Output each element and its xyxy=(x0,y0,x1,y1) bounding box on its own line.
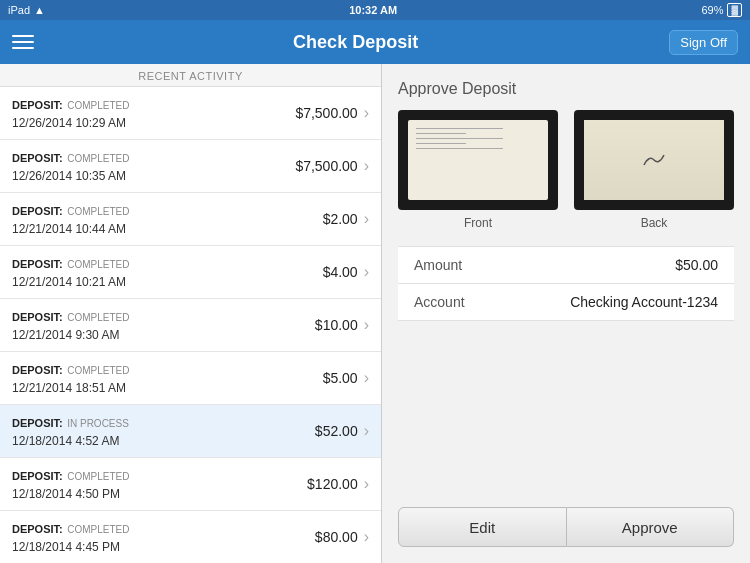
deposit-amount: $4.00 xyxy=(323,264,358,280)
battery-icon: ▓ xyxy=(727,3,742,17)
deposit-status: COMPLETED xyxy=(67,365,129,376)
chevron-right-icon: › xyxy=(364,528,369,546)
deposit-info: DEPOSIT: IN PROCESS 12/18/2014 4:52 AM xyxy=(12,413,315,449)
left-panel: RECENT ACTIVITY DEPOSIT: COMPLETED 12/26… xyxy=(0,64,382,563)
deposit-info: DEPOSIT: COMPLETED 12/18/2014 4:45 PM xyxy=(12,519,315,555)
deposit-status: COMPLETED xyxy=(67,206,129,217)
deposit-date: 12/21/2014 9:30 AM xyxy=(12,328,119,342)
deposit-date: 12/26/2014 10:29 AM xyxy=(12,116,126,130)
deposit-status: COMPLETED xyxy=(67,524,129,535)
front-label: Front xyxy=(464,216,492,230)
deposit-row[interactable]: DEPOSIT: COMPLETED 12/18/2014 4:50 PM $1… xyxy=(0,458,381,511)
deposit-status: COMPLETED xyxy=(67,153,129,164)
deposit-row[interactable]: DEPOSIT: COMPLETED 12/21/2014 9:30 AM $1… xyxy=(0,299,381,352)
deposit-type: DEPOSIT: xyxy=(12,364,63,376)
status-time: 10:32 AM xyxy=(349,4,397,16)
check-back-content xyxy=(584,120,724,200)
detail-value: Checking Account-1234 xyxy=(570,294,718,310)
check-line-5 xyxy=(416,148,503,149)
deposit-type: DEPOSIT: xyxy=(12,311,63,323)
edit-button[interactable]: Edit xyxy=(398,507,567,547)
check-front-image xyxy=(398,110,558,210)
deposit-date: 12/21/2014 10:44 AM xyxy=(12,222,126,236)
recent-activity-header: RECENT ACTIVITY xyxy=(0,64,381,87)
chevron-right-icon: › xyxy=(364,104,369,122)
deposit-amount: $10.00 xyxy=(315,317,358,333)
deposit-amount: $2.00 xyxy=(323,211,358,227)
sign-off-button[interactable]: Sign Off xyxy=(669,30,738,55)
chevron-right-icon: › xyxy=(364,157,369,175)
deposit-row[interactable]: DEPOSIT: COMPLETED 12/21/2014 18:51 AM $… xyxy=(0,352,381,405)
deposit-date: 12/18/2014 4:45 PM xyxy=(12,540,120,554)
front-image-container: Front xyxy=(398,110,558,230)
deposit-date: 12/21/2014 10:21 AM xyxy=(12,275,126,289)
deposit-status: COMPLETED xyxy=(67,471,129,482)
wifi-icon: ▲ xyxy=(34,4,45,16)
deposit-status: COMPLETED xyxy=(67,259,129,270)
deposit-amount: $52.00 xyxy=(315,423,358,439)
deposit-date: 12/18/2014 4:50 PM xyxy=(12,487,120,501)
check-back-image xyxy=(574,110,734,210)
detail-value: $50.00 xyxy=(675,257,718,273)
deposit-type: DEPOSIT: xyxy=(12,417,63,429)
deposit-row[interactable]: DEPOSIT: COMPLETED 12/21/2014 10:21 AM $… xyxy=(0,246,381,299)
deposit-info: DEPOSIT: COMPLETED 12/26/2014 10:35 AM xyxy=(12,148,295,184)
carrier-label: iPad xyxy=(8,4,30,16)
deposit-amount: $7,500.00 xyxy=(295,158,357,174)
deposit-row[interactable]: DEPOSIT: COMPLETED 12/21/2014 10:44 AM $… xyxy=(0,193,381,246)
detail-row: Account Checking Account-1234 xyxy=(398,284,734,321)
deposit-type: DEPOSIT: xyxy=(12,258,63,270)
deposit-date: 12/26/2014 10:35 AM xyxy=(12,169,126,183)
approve-title: Approve Deposit xyxy=(398,80,734,98)
check-back-signature xyxy=(639,145,669,175)
check-front-inner xyxy=(408,120,548,200)
deposit-info: DEPOSIT: COMPLETED 12/26/2014 10:29 AM xyxy=(12,95,295,131)
deposit-info: DEPOSIT: COMPLETED 12/21/2014 10:21 AM xyxy=(12,254,323,290)
deposit-info: DEPOSIT: COMPLETED 12/21/2014 9:30 AM xyxy=(12,307,315,343)
check-front-lines xyxy=(416,128,540,153)
deposit-list: DEPOSIT: COMPLETED 12/26/2014 10:29 AM $… xyxy=(0,87,381,563)
detail-label: Amount xyxy=(414,257,462,273)
deposit-type: DEPOSIT: xyxy=(12,99,63,111)
deposit-status: IN PROCESS xyxy=(67,418,129,429)
deposit-type: DEPOSIT: xyxy=(12,523,63,535)
detail-row: Amount $50.00 xyxy=(398,246,734,284)
deposit-status: COMPLETED xyxy=(67,312,129,323)
status-bar-left: iPad ▲ xyxy=(8,4,45,16)
deposit-info: DEPOSIT: COMPLETED 12/21/2014 18:51 AM xyxy=(12,360,323,396)
deposit-info: DEPOSIT: COMPLETED 12/18/2014 4:50 PM xyxy=(12,466,307,502)
check-line-4 xyxy=(416,143,466,144)
status-bar: iPad ▲ 10:32 AM 69% ▓ xyxy=(0,0,750,20)
deposit-date: 12/18/2014 4:52 AM xyxy=(12,434,119,448)
main-layout: RECENT ACTIVITY DEPOSIT: COMPLETED 12/26… xyxy=(0,64,750,563)
header: Check Deposit Sign Off xyxy=(0,20,750,64)
deposit-row[interactable]: DEPOSIT: COMPLETED 12/18/2014 4:45 PM $8… xyxy=(0,511,381,563)
deposit-row[interactable]: DEPOSIT: COMPLETED 12/26/2014 10:29 AM $… xyxy=(0,87,381,140)
battery-label: 69% xyxy=(701,4,723,16)
deposit-amount: $7,500.00 xyxy=(295,105,357,121)
chevron-right-icon: › xyxy=(364,210,369,228)
detail-label: Account xyxy=(414,294,465,310)
chevron-right-icon: › xyxy=(364,263,369,281)
deposit-amount: $80.00 xyxy=(315,529,358,545)
approve-button[interactable]: Approve xyxy=(567,507,735,547)
chevron-right-icon: › xyxy=(364,316,369,334)
check-line-1 xyxy=(416,128,503,129)
page-title: Check Deposit xyxy=(293,32,418,53)
deposit-type: DEPOSIT: xyxy=(12,470,63,482)
deposit-row[interactable]: DEPOSIT: IN PROCESS 12/18/2014 4:52 AM $… xyxy=(0,405,381,458)
menu-button[interactable] xyxy=(12,27,42,57)
chevron-right-icon: › xyxy=(364,475,369,493)
chevron-right-icon: › xyxy=(364,422,369,440)
deposit-info: DEPOSIT: COMPLETED 12/21/2014 10:44 AM xyxy=(12,201,323,237)
deposit-status: COMPLETED xyxy=(67,100,129,111)
deposit-type: DEPOSIT: xyxy=(12,205,63,217)
chevron-right-icon: › xyxy=(364,369,369,387)
right-panel: Approve Deposit Front xyxy=(382,64,750,563)
deposit-row[interactable]: DEPOSIT: COMPLETED 12/26/2014 10:35 AM $… xyxy=(0,140,381,193)
detail-rows: Amount $50.00 Account Checking Account-1… xyxy=(398,246,734,321)
deposit-amount: $5.00 xyxy=(323,370,358,386)
back-label: Back xyxy=(641,216,668,230)
deposit-date: 12/21/2014 18:51 AM xyxy=(12,381,126,395)
deposit-type: DEPOSIT: xyxy=(12,152,63,164)
